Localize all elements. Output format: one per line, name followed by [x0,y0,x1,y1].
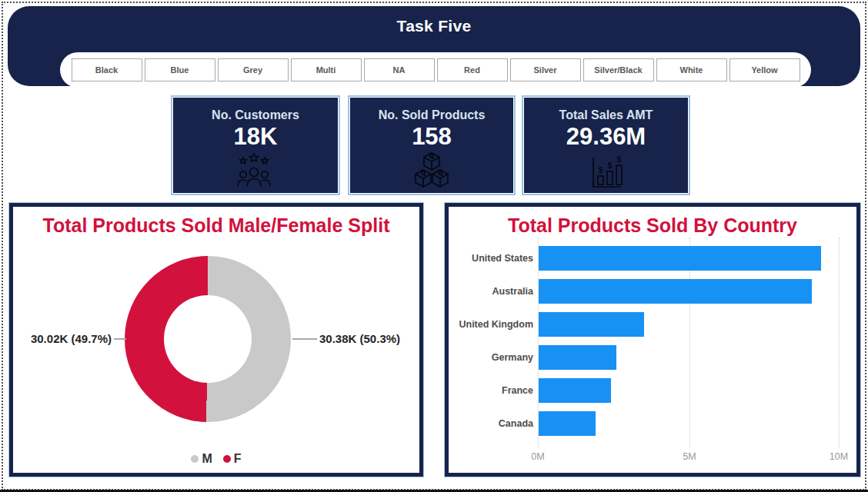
bar-track [539,411,839,436]
bar-row-canada: Canada [449,407,856,440]
filter-button-multi[interactable]: Multi [291,58,362,81]
kpi-label: Total Sales AMT [559,108,653,122]
bar-track [539,345,839,370]
donut-callout-line-right [292,338,317,340]
bar-track [539,378,839,403]
donut-legend: M F [13,452,419,466]
category-label: United Kingdom [449,319,533,330]
kpi-label: No. Customers [212,108,299,122]
dashboard-page: Task Five Black Blue Grey Multi NA Red S… [0,0,868,492]
donut-callout-line-left [114,338,126,340]
category-label: Germany [449,352,533,363]
x-axis-tick-10m: 10M [830,451,848,462]
kpi-label: No. Sold Products [379,108,486,122]
bar-track [539,312,839,337]
filter-button-grey[interactable]: Grey [218,58,289,81]
svg-text:$: $ [598,166,603,175]
bar-france[interactable] [539,378,611,403]
page-title: Task Five [8,17,860,35]
bar-row-united-states: United States [449,241,856,274]
filter-button-na[interactable]: NA [364,58,435,81]
bar-row-germany: Germany [449,341,856,374]
kpi-value: 29.36M [566,124,646,150]
legend-label-female: F [234,452,242,466]
bar-united-kingdom[interactable] [539,312,644,337]
kpi-card-customers: No. Customers 18K [171,95,340,195]
legend-item-male[interactable]: M [191,452,212,466]
filter-button-yellow[interactable]: Yellow [729,58,800,81]
filter-button-black[interactable]: Black [72,58,142,81]
bar-canada[interactable] [539,411,596,436]
bar-chart-title: Total Products Sold By Country [449,214,856,237]
filter-button-white[interactable]: White [656,58,727,81]
filter-bar: Black Blue Grey Multi NA Red Silver Silv… [60,52,811,88]
legend-item-female[interactable]: F [223,452,242,466]
donut-chart[interactable] [125,256,291,422]
boxes-icon [411,151,452,191]
donut-chart-title: Total Products Sold Male/Female Split [13,214,419,237]
legend-dot-female [223,455,231,463]
bar-chart-plot: United States Australia United Kingdom G… [449,241,856,440]
bar-track [539,279,839,304]
filter-button-red[interactable]: Red [437,58,508,81]
header-banner: Task Five Black Blue Grey Multi NA Red S… [8,6,860,86]
filter-button-silver[interactable]: Silver [510,58,581,81]
bar-united-states[interactable] [539,246,821,271]
customers-icon [235,151,276,191]
legend-label-male: M [202,452,212,466]
donut-data-label-female: 30.02K (49.7%) [21,332,112,345]
category-label: Canada [449,418,533,429]
kpi-value: 18K [234,124,278,150]
category-label: France [449,385,533,396]
bar-germany[interactable] [539,345,616,370]
filter-button-silver-black[interactable]: Silver/Black [583,58,654,81]
svg-text:$: $ [616,155,621,164]
bar-row-united-kingdom: United Kingdom [449,308,856,341]
kpi-value: 158 [412,124,452,150]
donut-chart-panel: Total Products Sold Male/Female Split 30… [9,203,423,477]
bar-track [539,246,839,271]
legend-dot-male [191,455,199,463]
bar-chart-panel: Total Products Sold By Country United St… [445,203,860,477]
bar-australia[interactable] [539,279,812,304]
category-label: Australia [449,286,533,297]
svg-text:$: $ [607,161,612,170]
bar-row-france: France [449,374,856,407]
bar-row-australia: Australia [449,274,856,308]
kpi-card-total-sales: Total Sales AMT 29.36M $ $ $ [522,95,690,195]
donut-data-label-male: 30.38K (50.3%) [319,332,400,345]
kpi-card-sold-products: No. Sold Products 158 [348,95,516,195]
dollar-bars-icon: $ $ $ [586,151,627,191]
x-axis-tick-5m: 5M [683,451,696,462]
category-label: United States [449,253,533,264]
filter-button-blue[interactable]: Blue [145,58,215,81]
x-axis-tick-0m: 0M [531,451,544,462]
